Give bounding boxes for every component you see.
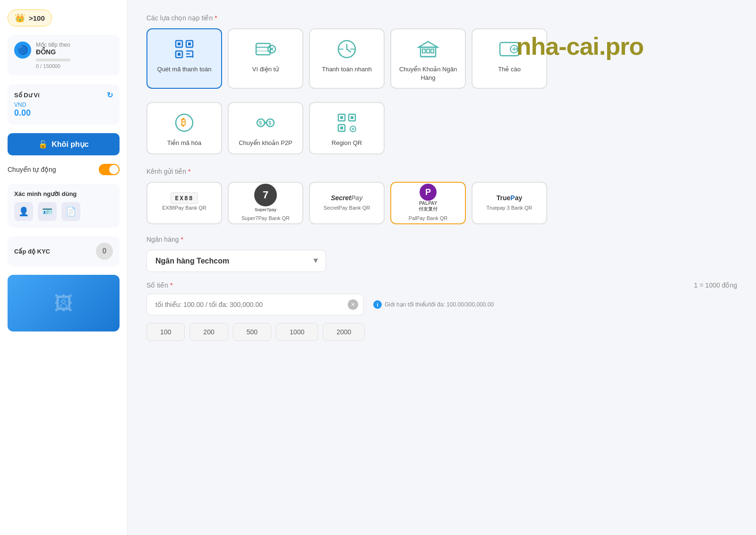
fast-pay-icon (335, 38, 358, 60)
verify-person-icon[interactable]: 👤 (14, 202, 33, 221)
verify-id-icon[interactable]: 🪪 (38, 202, 57, 221)
quick-amount-2000[interactable]: 2000 (323, 323, 365, 341)
ewallet-icon (254, 38, 277, 60)
amount-section-label: Số tiền * (146, 281, 172, 289)
palpay-label: PalPay Bank QR (409, 215, 448, 221)
progress-text: 0 / 150000 (36, 63, 70, 69)
auto-transfer-toggle[interactable] (99, 164, 120, 175)
balance-label: Số Dư Ví ↻ (14, 91, 113, 100)
svg-text:₿: ₿ (181, 117, 186, 127)
bank-select[interactable]: Ngân hàng Techcom Ngân hàng Vietcombank … (146, 250, 326, 272)
auto-transfer-row: Chuyển tự động (8, 164, 120, 175)
crypto-icon: ₿ (173, 111, 196, 134)
payment-option-fast-pay[interactable]: Thanh toán nhanh (309, 28, 385, 89)
exchange-rate: 1 = 1000 đồng (694, 281, 737, 289)
level-text: >100 (29, 14, 45, 22)
svg-rect-40 (340, 116, 343, 119)
payment-option-bank-transfer[interactable]: Chuyển Khoản Ngân Hàng (390, 28, 466, 89)
super7-logo: 7 Super7pay (254, 184, 277, 212)
svg-rect-3 (178, 42, 180, 45)
svg-line-18 (347, 49, 351, 52)
hint-text: Giới hạn tối thiểu/tối đa: 100.00/300,00… (385, 301, 494, 308)
channel-secretpay[interactable]: SecretPay SecretPay Bank QR (309, 182, 385, 224)
crypto-label: Tiền mã hóa (167, 139, 202, 147)
fast-pay-label: Thanh toán nhanh (322, 65, 372, 74)
quick-amount-1000[interactable]: 1000 (276, 323, 318, 341)
sidebar: 👑 >100 🔵 Mốc tiếp theo ĐỒNG 0 / 150000 S… (0, 0, 128, 535)
refresh-icon[interactable]: ↻ (107, 91, 113, 100)
quick-amount-500[interactable]: 500 (233, 323, 271, 341)
card-icon (498, 38, 521, 60)
restore-icon: 🔓 (38, 140, 48, 149)
channel-ex88[interactable]: EX88 EX88Pay Bank QR (146, 182, 222, 224)
level-badge[interactable]: 👑 >100 (8, 9, 52, 26)
deposit-section-label: Các lựa chọn nạp tiền * (146, 14, 737, 22)
channel-palpay[interactable]: P PALPAY付友复付 PalPay Bank QR (390, 182, 466, 224)
region-qr-icon (335, 111, 358, 134)
quick-amount-200[interactable]: 200 (189, 323, 228, 341)
svg-rect-42 (340, 127, 343, 129)
balance-card: Số Dư Ví ↻ VND 0.00 (8, 84, 120, 125)
verify-icons: 👤 🪪 📄 (14, 202, 113, 221)
verify-doc-icon[interactable]: 📄 (61, 202, 80, 221)
main-content: Các lựa chọn nạp tiền * Qué (128, 0, 756, 535)
verify-title: Xác minh người dùng (14, 190, 113, 197)
channel-grid: EX88 EX88Pay Bank QR 7 Super7pay Super7P… (146, 182, 737, 224)
milestone-label: Mốc tiếp theo (36, 42, 70, 48)
quick-amount-100[interactable]: 100 (146, 323, 185, 341)
promo-banner[interactable]: 🖼 (8, 275, 120, 331)
region-qr-label: Region QR (332, 139, 362, 147)
svg-rect-41 (351, 116, 353, 119)
payment-option-p2p[interactable]: $ $ Chuyển khoản P2P (228, 102, 303, 154)
restore-button[interactable]: 🔓 Khôi phục (8, 133, 120, 155)
amount-input[interactable] (146, 294, 364, 315)
amount-section: Số tiền * 1 = 1000 đồng ✕ i Giới hạn tối… (146, 281, 737, 341)
svg-rect-5 (178, 53, 180, 56)
truepay-label: Truepay 3 Bank QR (487, 204, 533, 211)
payment-options-row2: ₿ Tiền mã hóa $ $ Chuyển khoản P2P (146, 102, 737, 154)
palpay-logo: P PALPAY付友复付 (419, 184, 438, 212)
balance-currency: VND (14, 102, 113, 108)
auto-transfer-label: Chuyển tự động (8, 166, 56, 173)
milestone-info: Mốc tiếp theo ĐỒNG 0 / 150000 (36, 42, 70, 69)
secretpay-logo: SecretPay (331, 194, 363, 202)
kyc-card: Cấp độ KYC 0 (8, 236, 120, 266)
ex88-label: EX88Pay Bank QR (162, 204, 206, 211)
hint-icon: i (373, 300, 382, 309)
card-label: Thẻ cào (498, 65, 521, 74)
payment-option-region-qr[interactable]: Region QR (309, 102, 385, 154)
milestone-card: 🔵 Mốc tiếp theo ĐỒNG 0 / 150000 (8, 35, 120, 76)
svg-rect-23 (427, 49, 430, 53)
verify-card: Xác minh người dùng 👤 🪪 📄 (8, 184, 120, 228)
super7-label: Super7Pay Bank QR (241, 215, 290, 221)
amount-hint-row: i Giới hạn tối thiểu/tối đa: 100.00/300,… (373, 300, 494, 309)
amount-header: Số tiền * 1 = 1000 đồng (146, 281, 737, 289)
bank-select-wrap: Ngân hàng Techcom Ngân hàng Vietcombank … (146, 250, 326, 272)
truepay-logo: TruePay (497, 194, 523, 202)
amount-input-wrap: ✕ (146, 294, 364, 315)
payment-option-qr-scan[interactable]: Quét mã thanh toán (146, 28, 222, 89)
channel-truepay[interactable]: TruePay Truepay 3 Bank QR (472, 182, 547, 224)
qr-scan-icon (173, 38, 196, 60)
svg-text:$: $ (268, 120, 271, 126)
quick-amounts: 100 200 500 1000 2000 (146, 323, 737, 341)
svg-marker-25 (419, 42, 438, 47)
payment-option-ewallet[interactable]: Ví điện tử (228, 28, 303, 89)
kyc-label: Cấp độ KYC (14, 248, 50, 255)
amount-clear-icon[interactable]: ✕ (348, 299, 358, 310)
qr-scan-label: Quét mã thanh toán (157, 65, 212, 74)
crown-icon: 👑 (15, 13, 25, 23)
svg-rect-4 (188, 42, 191, 45)
channel-section-label: Kênh gửi tiền * (146, 168, 737, 175)
payment-option-card[interactable]: Thẻ cào (472, 28, 547, 89)
bank-transfer-label: Chuyển Khoản Ngân Hàng (396, 65, 460, 82)
channel-super7[interactable]: 7 Super7pay Super7Pay Bank QR (228, 182, 303, 224)
svg-rect-24 (431, 49, 434, 53)
svg-rect-22 (422, 49, 425, 53)
channel-section: Kênh gửi tiền * EX88 EX88Pay Bank QR 7 S… (146, 168, 737, 224)
payment-option-crypto[interactable]: ₿ Tiền mã hóa (146, 102, 222, 154)
bank-section: Ngân hàng * Ngân hàng Techcom Ngân hàng … (146, 236, 737, 272)
svg-text:$: $ (259, 120, 262, 126)
bank-transfer-icon (417, 38, 439, 60)
secretpay-label: SecretPay Bank QR (324, 204, 370, 211)
